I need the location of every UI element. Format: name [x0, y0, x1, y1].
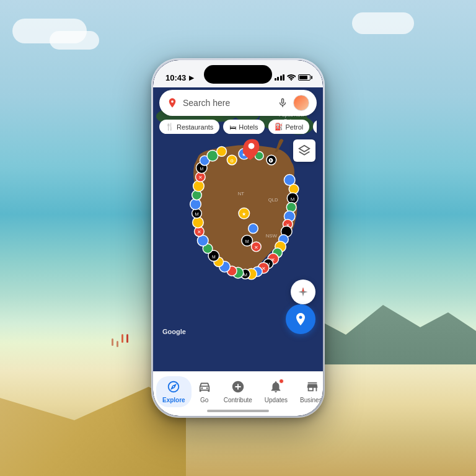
- svg-text:NSW: NSW: [266, 233, 278, 239]
- time-display: 10:43: [165, 73, 186, 82]
- compass-button[interactable]: [291, 280, 315, 304]
- navigate-button[interactable]: [286, 304, 315, 334]
- svg-point-56: [193, 180, 205, 192]
- go-label: Go: [200, 397, 208, 403]
- svg-point-63: [217, 147, 227, 157]
- phone-inner: 10:43 ▶: [153, 60, 323, 416]
- contribute-icon: [231, 380, 245, 395]
- svg-point-75: [206, 387, 208, 389]
- svg-text:✕: ✕: [197, 229, 201, 235]
- google-label-text: Google: [162, 328, 186, 335]
- nav-item-go[interactable]: Go: [192, 376, 218, 407]
- svg-point-66: [249, 224, 258, 234]
- svg-point-74: [201, 387, 203, 389]
- person-decoration: [126, 334, 128, 343]
- location-arrow-icon: ▶: [189, 74, 194, 81]
- notification-badge: [279, 379, 284, 384]
- svg-marker-72: [299, 146, 310, 152]
- dynamic-island: [204, 65, 272, 84]
- hotels-chip[interactable]: 🛏 Hotels: [223, 120, 264, 134]
- cloud-decoration: [50, 31, 99, 50]
- petrol-label: Petrol: [286, 123, 304, 131]
- google-logo: Google: [162, 328, 186, 335]
- signal-bar-3: [280, 76, 282, 81]
- user-avatar[interactable]: [293, 95, 309, 111]
- updates-icon: [269, 380, 283, 395]
- phone-frame: 10:43 ▶: [151, 58, 325, 418]
- svg-point-71: [249, 143, 255, 149]
- nav-item-business[interactable]: Business: [294, 376, 323, 407]
- svg-text:✕: ✕: [198, 175, 203, 180]
- status-time: 10:43 ▶: [165, 73, 194, 82]
- svg-text:NT: NT: [238, 191, 245, 196]
- business-icon: [306, 380, 319, 395]
- restaurants-label: Restaurants: [177, 123, 213, 131]
- layers-button[interactable]: [293, 139, 315, 162]
- restaurants-chip[interactable]: 🍴 Restaurants: [159, 120, 219, 134]
- search-placeholder-text: Search here: [183, 98, 272, 108]
- nav-item-explore[interactable]: Explore: [156, 376, 192, 407]
- status-icons: [275, 74, 311, 82]
- person-decoration: [112, 338, 113, 346]
- svg-text:M: M: [291, 196, 295, 202]
- svg-text:M: M: [195, 211, 199, 217]
- filter-chips-bar: 🍴 Restaurants 🛏 Hotels ⛽ Petrol 🛒 Groc: [159, 120, 317, 134]
- svg-text:M: M: [200, 167, 203, 171]
- svg-point-54: [190, 199, 201, 210]
- svg-text:✕: ✕: [254, 245, 258, 250]
- contribute-label: Contribute: [224, 397, 252, 403]
- svg-point-55: [192, 190, 202, 200]
- signal-bar-1: [275, 78, 276, 81]
- svg-text:QLD: QLD: [268, 197, 278, 203]
- explore-label: Explore: [162, 397, 185, 403]
- petrol-icon: ⛽: [275, 123, 283, 131]
- svg-text:M: M: [245, 239, 249, 244]
- svg-text:⚙: ⚙: [230, 159, 234, 163]
- svg-text:★: ★: [242, 211, 246, 217]
- home-indicator: [207, 410, 269, 412]
- search-bar[interactable]: Search here: [159, 90, 317, 116]
- person-decoration: [121, 334, 123, 343]
- explore-icon: [167, 380, 180, 395]
- battery-fill: [299, 76, 307, 79]
- signal-strength-icon: [275, 74, 285, 81]
- cloud-decoration: [352, 12, 414, 34]
- grocery-chip[interactable]: 🛒 Groc: [313, 120, 317, 134]
- nav-item-updates[interactable]: Updates: [258, 376, 294, 407]
- business-label: Business: [300, 397, 323, 403]
- svg-point-23: [286, 203, 296, 213]
- phone-device: 10:43 ▶: [151, 58, 325, 418]
- svg-point-73: [171, 100, 174, 103]
- phone-screen: 10:43 ▶: [153, 60, 323, 416]
- nav-item-contribute[interactable]: Contribute: [218, 376, 258, 407]
- hotels-label: Hotels: [239, 123, 258, 131]
- signal-bar-4: [283, 74, 284, 81]
- wifi-icon: [287, 74, 296, 82]
- maps-pin-icon: [167, 97, 178, 108]
- svg-point-51: [193, 217, 204, 228]
- restaurants-icon: 🍴: [165, 123, 174, 131]
- signal-bar-2: [277, 77, 279, 81]
- updates-label: Updates: [265, 397, 288, 403]
- go-icon: [198, 380, 211, 395]
- battery-icon: [298, 74, 311, 81]
- svg-text:M: M: [212, 255, 216, 259]
- hotels-icon: 🛏: [229, 123, 236, 131]
- petrol-chip[interactable]: ⛽ Petrol: [268, 120, 310, 134]
- microphone-icon[interactable]: [277, 97, 288, 108]
- person-decoration: [117, 341, 118, 347]
- svg-text:🅜: 🅜: [268, 158, 274, 164]
